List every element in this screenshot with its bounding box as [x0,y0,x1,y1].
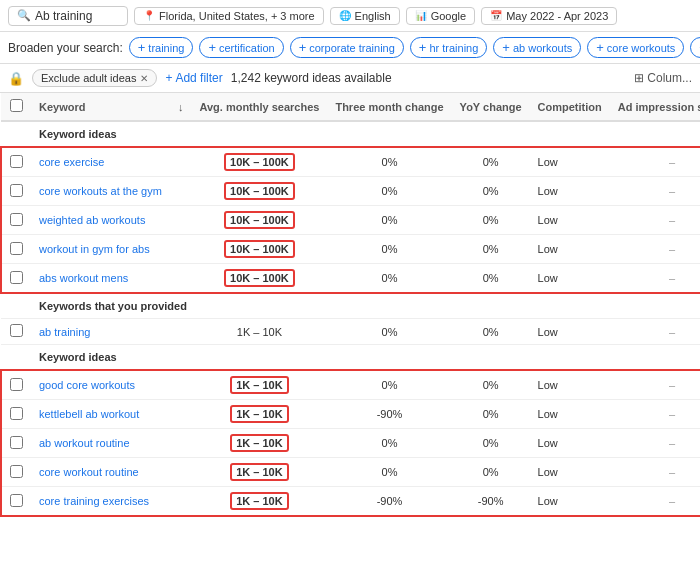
broaden-chip-training[interactable]: + training [129,37,194,58]
header-competition[interactable]: Competition [530,93,610,121]
row-checkbox[interactable] [10,494,23,507]
section-header-label: Keywords that you provided [31,293,700,319]
keyword-link[interactable]: good core workouts [39,379,135,391]
highlighted-value: 10K – 100K [224,240,295,258]
keyword-cell: workout in gym for abs [31,235,170,264]
header-yoy[interactable]: YoY change [452,93,530,121]
ad-impression-cell: – [610,264,700,294]
date-pill[interactable]: 📅 May 2022 - Apr 2023 [481,7,617,25]
highlighted-value: 1K – 10K [230,463,288,481]
plus-icon: + [502,40,510,55]
keywords-available: 1,242 keyword ideas available [231,71,392,85]
row-checkbox[interactable] [10,155,23,168]
keyword-link[interactable]: weighted ab workouts [39,214,145,226]
row-checkbox[interactable] [10,213,23,226]
keyword-link[interactable]: abs workout mens [39,272,128,284]
language-pill[interactable]: 🌐 English [330,7,400,25]
row-checkbox-cell[interactable] [1,429,31,458]
search-box[interactable]: 🔍 Ab training [8,6,128,26]
select-all-checkbox[interactable] [10,99,23,112]
row-checkbox[interactable] [10,407,23,420]
broaden-chip-corporate[interactable]: + corporate training [290,37,404,58]
header-keyword: Keyword [31,93,170,121]
sort-cell [170,458,192,487]
location-pill[interactable]: 📍 Florida, United States, + 3 more [134,7,324,25]
broaden-chip-certification[interactable]: + certification [199,37,283,58]
broaden-chip-abworkouts[interactable]: + ab workouts [493,37,581,58]
exclude-adult-chip[interactable]: Exclude adult ideas ✕ [32,69,157,87]
row-checkbox[interactable] [10,242,23,255]
row-checkbox-cell[interactable] [1,400,31,429]
header-three-month[interactable]: Three month change [327,93,451,121]
competition-cell: Low [530,264,610,294]
three-month-cell: 0% [327,177,451,206]
three-month-cell: 0% [327,264,451,294]
keyword-link[interactable]: core workout routine [39,466,139,478]
row-checkbox-cell[interactable] [1,206,31,235]
competition-cell: Low [530,147,610,177]
search-value: Ab training [35,9,92,23]
keyword-link[interactable]: ab training [39,326,90,338]
header-checkbox-cell[interactable] [1,93,31,121]
keyword-cell: core workout routine [31,458,170,487]
keyword-link[interactable]: core workouts at the gym [39,185,162,197]
location-icon: 📍 [143,10,155,21]
keyword-link[interactable]: workout in gym for abs [39,243,150,255]
keyword-link[interactable]: kettlebell ab workout [39,408,139,420]
row-checkbox-cell[interactable] [1,458,31,487]
row-checkbox-cell[interactable] [1,235,31,264]
columns-button[interactable]: ⊞ Colum... [634,71,692,85]
platform-pill[interactable]: 📊 Google [406,7,475,25]
plus-icon: + [419,40,427,55]
table-row: core training exercises 1K – 10K -90% -9… [1,487,700,517]
header-ad-impression[interactable]: Ad impression share [610,93,700,121]
row-checkbox-cell[interactable] [1,370,31,400]
broaden-chip-hr[interactable]: + hr training [410,37,488,58]
exclude-remove-icon[interactable]: ✕ [140,73,148,84]
language-text: English [355,10,391,22]
highlighted-value: 1K – 10K [230,434,288,452]
row-checkbox[interactable] [10,378,23,391]
keyword-link[interactable]: core exercise [39,156,104,168]
row-checkbox-cell[interactable] [1,487,31,517]
row-checkbox[interactable] [10,465,23,478]
table-row: core workout routine 1K – 10K 0% 0% Low … [1,458,700,487]
lock-icon: 🔒 [8,71,24,86]
top-bar: 🔍 Ab training 📍 Florida, United States, … [0,0,700,32]
keyword-cell: core training exercises [31,487,170,517]
avg-monthly-cell: 10K – 100K [191,177,327,206]
row-checkbox[interactable] [10,184,23,197]
platform-icon: 📊 [415,10,427,21]
row-checkbox-cell[interactable] [1,177,31,206]
ad-impression-cell: – [610,458,700,487]
row-checkbox-cell[interactable] [1,319,31,345]
broaden-chip-coreworkouts[interactable]: + core workouts [587,37,684,58]
sort-cell [170,400,192,429]
header-avg-monthly[interactable]: Avg. monthly searches [191,93,327,121]
table-row: abs workout mens 10K – 100K 0% 0% Low – … [1,264,700,294]
ad-impression-cell: – [610,206,700,235]
columns-icon: ⊞ [634,71,644,85]
row-checkbox-cell[interactable] [1,264,31,294]
broaden-chip-abcomm[interactable]: + ab communication [690,37,700,58]
table-row: good core workouts 1K – 10K 0% 0% Low – … [1,370,700,400]
three-month-cell: 0% [327,429,451,458]
header-sort[interactable]: ↓ [170,93,192,121]
keyword-link[interactable]: ab workout routine [39,437,130,449]
table-row: weighted ab workouts 10K – 100K 0% 0% Lo… [1,206,700,235]
broaden-bar: Broaden your search: + training + certif… [0,32,700,64]
yoy-cell: 0% [452,370,530,400]
sort-cell [170,319,192,345]
competition-cell: Low [530,487,610,517]
row-checkbox-cell[interactable] [1,147,31,177]
filter-bar: 🔒 Exclude adult ideas ✕ + Add filter 1,2… [0,64,700,93]
add-filter-button[interactable]: + Add filter [165,71,222,85]
row-checkbox[interactable] [10,436,23,449]
row-checkbox[interactable] [10,324,23,337]
section-header-label: Keyword ideas [31,121,700,147]
section-header-row: Keywords that you provided [1,293,700,319]
highlighted-value: 10K – 100K [224,182,295,200]
three-month-cell: 0% [327,458,451,487]
row-checkbox[interactable] [10,271,23,284]
keyword-link[interactable]: core training exercises [39,495,149,507]
